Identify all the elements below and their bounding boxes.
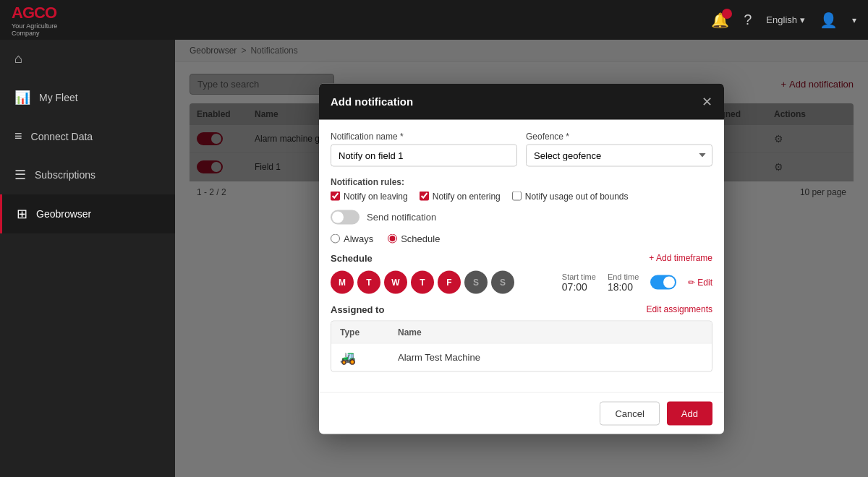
user-chevron-icon: ▾ [852, 15, 856, 25]
logo-text: AGCO [12, 4, 62, 22]
sidebar-item-label-geobrowser: Geobrowser [36, 208, 91, 220]
rule-entering-label: Notify on entering [433, 191, 501, 201]
day-tuesday[interactable]: T [357, 270, 380, 293]
send-notification-toggle[interactable] [331, 210, 359, 224]
sidebar-item-my-fleet[interactable]: 📊 My Fleet [0, 78, 175, 117]
home-icon: ⌂ [14, 51, 22, 66]
radio-schedule-input[interactable] [388, 233, 397, 243]
add-notification-modal: Add notification ✕ Notification name * G… [319, 83, 724, 434]
modal-header: Add notification ✕ [319, 83, 724, 119]
user-icon[interactable]: 👤 [820, 12, 838, 29]
rule-leaving-checkbox[interactable] [331, 192, 340, 201]
sidebar-item-label-subscriptions: Subscriptions [35, 169, 95, 181]
geofence-label: Geofence * [526, 131, 712, 141]
rule-notify-leaving[interactable]: Notify on leaving [331, 191, 408, 201]
schedule-radio-row: Always Schedule [331, 233, 712, 244]
assigned-table-header: Type Name [331, 321, 712, 343]
machine-type-icon: 🚜 [340, 349, 398, 365]
rule-leaving-label: Notify on leaving [344, 191, 408, 201]
modal-title: Add notification [331, 95, 413, 108]
geobrowser-icon: ⊞ [17, 206, 27, 222]
sidebar-item-label-connect: Connect Data [31, 131, 93, 142]
assigned-title: Assigned to [331, 304, 384, 314]
radio-always-input[interactable] [331, 233, 340, 243]
cancel-button[interactable]: Cancel [600, 401, 659, 425]
modal-footer: Cancel Add [319, 392, 724, 434]
language-label: English [766, 14, 797, 25]
schedule-section: Schedule + Add timeframe M T W T F S S [331, 252, 712, 293]
radio-schedule[interactable]: Schedule [388, 233, 440, 244]
main-content: Geobrowser > Notifications + Add notific… [175, 40, 868, 477]
days-row: M T W T F S S [331, 270, 514, 293]
rule-entering-checkbox[interactable] [420, 192, 429, 201]
assigned-table-row: 🚜 Alarm Test Machine [331, 343, 712, 371]
notification-rules-section: Notification rules: Notify on leaving No… [331, 176, 712, 201]
day-friday[interactable]: F [438, 270, 461, 293]
radio-always[interactable]: Always [331, 233, 373, 244]
time-section: Start time 07:00 End time 18:00 ✏ Edit [562, 272, 712, 292]
end-time-label: End time [608, 272, 639, 280]
day-monday[interactable]: M [331, 270, 354, 293]
sidebar-item-connect-data[interactable]: ≡ Connect Data [0, 117, 175, 155]
topbar: AGCO Your Agriculture Company 🔔 ? Englis… [0, 0, 868, 40]
radio-schedule-label: Schedule [401, 233, 440, 244]
name-geofence-row: Notification name * Geofence * Select ge… [331, 131, 712, 166]
send-notification-row: Send notification [331, 210, 712, 224]
start-time-value: 07:00 [562, 280, 596, 292]
notification-name-input[interactable] [331, 144, 517, 166]
assigned-header: Assigned to Edit assignments [331, 304, 712, 314]
day-wednesday[interactable]: W [384, 270, 407, 293]
end-time-value: 18:00 [608, 280, 639, 292]
sidebar-item-home[interactable]: ⌂ [0, 40, 175, 78]
modal-body: Notification name * Geofence * Select ge… [319, 119, 724, 392]
start-time-label: Start time [562, 272, 596, 280]
agco-logo: AGCO Your Agriculture Company [12, 6, 62, 35]
notification-icon[interactable]: 🔔 [711, 12, 729, 29]
logo-sub: Your Agriculture Company [12, 22, 62, 37]
assigned-section: Assigned to Edit assignments Type Name 🚜… [331, 304, 712, 371]
main-layout: ⌂ 📊 My Fleet ≡ Connect Data ☰ Subscripti… [0, 40, 868, 477]
topbar-left: AGCO Your Agriculture Company [12, 6, 62, 35]
rule-notify-usage[interactable]: Notify usage out of bounds [512, 191, 629, 201]
rule-usage-checkbox[interactable] [512, 192, 522, 201]
assigned-table: Type Name 🚜 Alarm Test Machine [331, 320, 712, 371]
edit-timeframe-button[interactable]: ✏ Edit [688, 277, 712, 287]
help-icon[interactable]: ? [744, 12, 752, 28]
modal-close-button[interactable]: ✕ [702, 93, 712, 109]
pencil-icon: ✏ [688, 277, 695, 287]
assigned-col-type: Type [340, 327, 398, 337]
sidebar-item-label-fleet: My Fleet [39, 92, 78, 103]
chevron-down-icon: ▾ [800, 14, 805, 25]
radio-always-label: Always [344, 233, 373, 244]
day-thursday[interactable]: T [411, 270, 434, 293]
day-saturday[interactable]: S [464, 270, 488, 293]
edit-label: Edit [697, 277, 712, 287]
rule-usage-label: Notify usage out of bounds [525, 191, 629, 201]
day-sunday[interactable]: S [491, 270, 514, 293]
notification-name-label: Notification name * [331, 131, 517, 141]
schedule-days-row: M T W T F S S Start time 07:00 [331, 270, 712, 293]
rule-notify-entering[interactable]: Notify on entering [420, 191, 501, 201]
add-timeframe-button[interactable]: + Add timeframe [649, 253, 712, 263]
schedule-header: Schedule + Add timeframe [331, 252, 712, 263]
fleet-icon: 📊 [14, 90, 30, 106]
sidebar-item-subscriptions[interactable]: ☰ Subscriptions [0, 155, 175, 194]
edit-assignments-button[interactable]: Edit assignments [647, 304, 712, 314]
assigned-machine-name: Alarm Test Machine [398, 352, 703, 363]
geofence-select[interactable]: Select geofence [526, 144, 712, 166]
sidebar-item-geobrowser[interactable]: ⊞ Geobrowser [0, 194, 175, 233]
send-notification-label: Send notification [367, 212, 436, 223]
connect-icon: ≡ [14, 129, 22, 144]
notification-name-group: Notification name * [331, 131, 517, 166]
start-time-group: Start time 07:00 [562, 272, 596, 292]
sidebar: ⌂ 📊 My Fleet ≡ Connect Data ☰ Subscripti… [0, 40, 175, 477]
topbar-right: 🔔 ? English ▾ 👤 ▾ [711, 12, 856, 29]
assigned-col-name: Name [398, 327, 703, 337]
time-range-toggle[interactable] [650, 275, 676, 289]
subscriptions-icon: ☰ [14, 167, 26, 183]
geofence-group: Geofence * Select geofence [526, 131, 712, 166]
rules-checkboxes: Notify on leaving Notify on entering Not… [331, 191, 712, 201]
language-selector[interactable]: English ▾ [766, 14, 805, 25]
rules-label: Notification rules: [331, 176, 712, 186]
add-button[interactable]: Add [667, 401, 712, 425]
